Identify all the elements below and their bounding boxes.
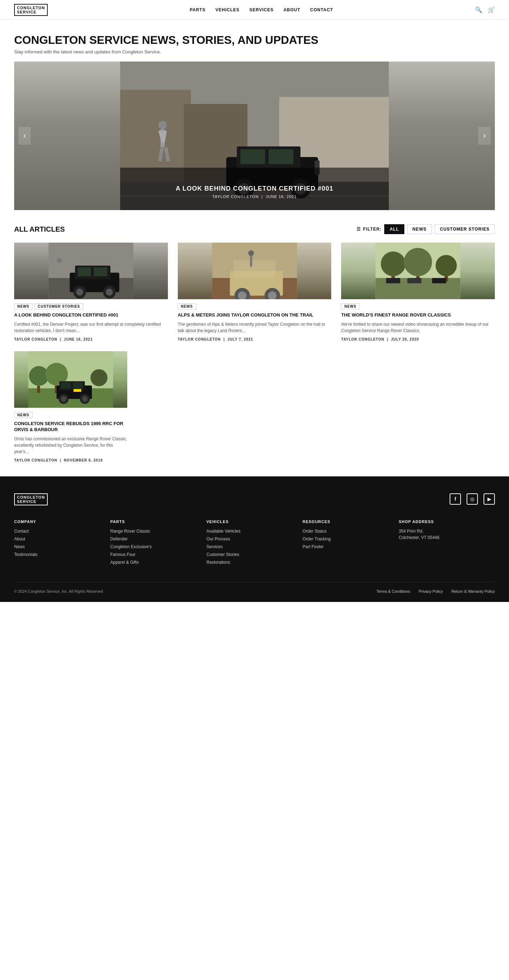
footer-col-heading: RESOURCES	[303, 520, 399, 524]
article-title: THE WORLD'S FINEST RANGE ROVER CLASSICS	[341, 312, 495, 318]
slideshow-next-button[interactable]: ›	[478, 127, 491, 145]
footer-link[interactable]: Order Status	[303, 529, 399, 534]
footer-link[interactable]: Contact	[14, 529, 110, 534]
svg-rect-65	[61, 382, 71, 389]
svg-rect-71	[73, 389, 81, 392]
footer-link[interactable]: Available Vehicles	[206, 529, 303, 534]
return-policy-link[interactable]: Return & Warranty Policy	[451, 589, 495, 593]
nav-services[interactable]: SERVICES	[249, 8, 273, 13]
article-title: A LOOK BEHIND CONGLETON CERTIFIED #001	[14, 312, 168, 318]
articles-title: ALL ARTICLES	[14, 225, 65, 234]
article-image	[14, 243, 168, 299]
svg-point-33	[57, 258, 62, 263]
logo[interactable]: CONGLETON SERVICE	[14, 4, 48, 16]
footer-link[interactable]: Services	[206, 544, 303, 549]
caption-title: A LOOK BEHIND CONGLETON CERTIFIED #001	[14, 185, 495, 192]
svg-rect-55	[432, 278, 446, 283]
article-excerpt: Orvis has commissioned an exclusive Rang…	[14, 436, 127, 455]
facebook-icon[interactable]: f	[450, 493, 461, 505]
copyright: © 2024 Congleton Service, Inc. All Right…	[14, 589, 103, 593]
article-tags: NEWS	[14, 412, 127, 418]
cart-icon[interactable]: 🛒	[488, 6, 495, 13]
nav-parts[interactable]: PARTS	[190, 8, 206, 13]
articles-section: ALL ARTICLES ☰ FILTER: ALL NEWS CUSTOMER…	[0, 210, 509, 476]
slideshow: A LOOK BEHIND CONGLETON CERTIFIED #001 T…	[14, 62, 495, 210]
svg-point-16	[159, 121, 167, 129]
logo-box: CONGLETON SERVICE	[14, 4, 48, 16]
footer-col-heading: PARTS	[110, 520, 206, 524]
article-tags: NEWS	[178, 304, 331, 309]
tag: NEWS	[14, 304, 33, 309]
footer-link[interactable]: Customer Stories	[206, 552, 303, 557]
nav-vehicles[interactable]: VEHICLES	[215, 8, 239, 13]
article-card[interactable]: NEWS THE WORLD'S FINEST RANGE ROVER CLAS…	[341, 243, 495, 341]
instagram-icon[interactable]: ◎	[466, 493, 478, 505]
footer-link[interactable]: Congleton Exclusive's	[110, 544, 206, 549]
nav-about[interactable]: ABOUT	[284, 8, 300, 13]
filter-news-button[interactable]: NEWS	[407, 224, 432, 234]
svg-point-68	[61, 396, 67, 402]
filter-customer-stories-button[interactable]: CUSTOMER STORIES	[435, 224, 495, 234]
terms-link[interactable]: Terms & Conditions	[376, 589, 410, 593]
svg-point-62	[90, 369, 108, 386]
footer-link[interactable]: Order Tracking	[303, 536, 399, 541]
footer-link[interactable]: Famous Four	[110, 552, 206, 557]
svg-rect-8	[240, 149, 265, 164]
footer-link[interactable]: About	[14, 536, 110, 541]
svg-rect-59	[37, 386, 40, 393]
nav-contact[interactable]: CONTACT	[310, 8, 333, 13]
footer-link[interactable]: Range Rover Classic	[110, 529, 206, 534]
article-date: JUNE 16, 2021	[64, 337, 93, 341]
footer-col-address: SHOP ADDRESS 354 Prim Rd. Colchester, VT…	[399, 520, 495, 568]
article-title: CONGLETON SERVICE REBUILDS 1995 RRC FOR …	[14, 421, 127, 433]
page-subtitle: Stay informed with the latest news and u…	[14, 49, 495, 54]
footer-logo-box: CONGLETON SERVICE	[14, 493, 48, 505]
slideshow-caption: A LOOK BEHIND CONGLETON CERTIFIED #001 T…	[14, 185, 495, 199]
article-date: JULY 7, 2021	[228, 337, 254, 341]
article-author: TAYLOR CONGLETON	[14, 458, 57, 462]
footer: CONGLETON SERVICE f ◎ ▶ COMPANY Contact …	[0, 476, 509, 602]
footer-col-heading: VEHICLES	[206, 520, 303, 524]
footer-col-heading: COMPANY	[14, 520, 110, 524]
svg-point-30	[76, 289, 83, 296]
caption-date: JUNE 16, 2021	[266, 194, 297, 199]
youtube-icon[interactable]: ▶	[484, 493, 495, 505]
article-card[interactable]: NEWS ALPS & METERS JOINS TAYLOR CONGLETO…	[178, 243, 331, 341]
svg-rect-27	[78, 267, 91, 276]
filter-all-button[interactable]: ALL	[384, 224, 404, 234]
svg-rect-53	[386, 278, 401, 283]
svg-point-49	[404, 248, 432, 276]
footer-link[interactable]: Our Process	[206, 536, 303, 541]
article-title: ALPS & METERS JOINS TAYLOR CONGLETON ON …	[178, 312, 331, 318]
footer-link[interactable]: Apparel & Gifts	[110, 560, 206, 565]
footer-link[interactable]: Part Finder	[303, 544, 399, 549]
article-meta: TAYLOR CONGLETON | JUNE 16, 2021	[14, 337, 168, 341]
slideshow-prev-button[interactable]: ‹	[18, 127, 31, 145]
article-tags: NEWS	[341, 304, 495, 309]
footer-link[interactable]: Testimonials	[14, 552, 110, 557]
article-card[interactable]: NEWS CONGLETON SERVICE REBUILDS 1995 RRC…	[14, 351, 127, 462]
footer-columns: COMPANY Contact About News Testimonials …	[14, 520, 495, 568]
nav-icons: 🔍 🛒	[475, 6, 495, 13]
tag: CUSTOMER STORIES	[35, 304, 83, 309]
svg-rect-66	[73, 382, 83, 389]
address-line2: Colchester, VT 05446	[399, 535, 495, 540]
search-icon[interactable]: 🔍	[475, 6, 482, 13]
footer-link[interactable]: News	[14, 544, 110, 549]
svg-point-43	[248, 250, 254, 256]
footer-link[interactable]: Restorations	[206, 560, 303, 565]
privacy-link[interactable]: Privacy Policy	[419, 589, 442, 593]
footer-link[interactable]: Defender	[110, 536, 206, 541]
article-author: TAYLOR CONGLETON	[14, 337, 57, 341]
article-date: NOVEMBER 6, 2019	[64, 458, 103, 462]
tag: NEWS	[178, 304, 196, 309]
article-card[interactable]: NEWS CUSTOMER STORIES A LOOK BEHIND CONG…	[14, 243, 168, 341]
articles-grid: NEWS CUSTOMER STORIES A LOOK BEHIND CONG…	[14, 243, 495, 341]
article-image	[341, 243, 495, 299]
article-meta: TAYLOR CONGLETON | NOVEMBER 6, 2019	[14, 458, 127, 462]
address-line1: 354 Prim Rd.	[399, 529, 495, 534]
article-meta: TAYLOR CONGLETON | JULY 7, 2021	[178, 337, 331, 341]
filter-label: ☰ FILTER:	[357, 227, 381, 232]
svg-rect-54	[408, 278, 422, 283]
caption-meta: TAYLOR CONGLETON | JUNE 16, 2021	[14, 194, 495, 199]
